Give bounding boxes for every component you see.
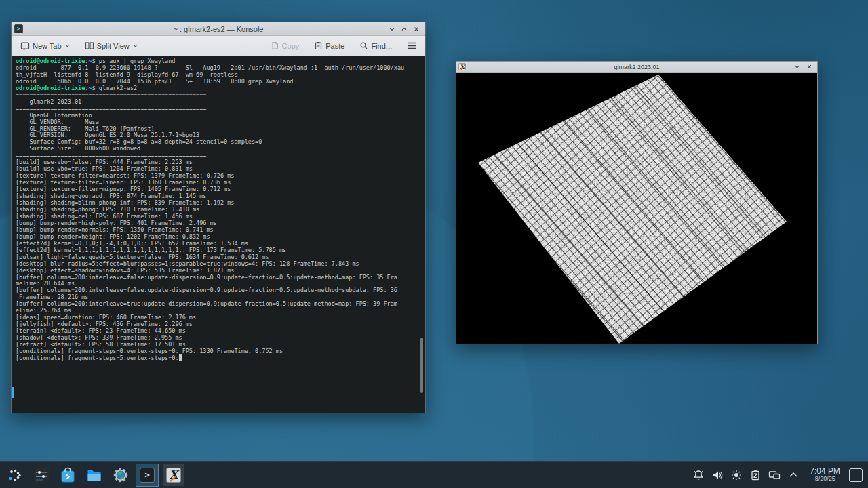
minimize-button[interactable] <box>791 62 803 72</box>
konsole-titlebar[interactable]: > ~ : glmark2-es2 — Konsole <box>12 22 425 36</box>
paste-icon <box>314 41 323 50</box>
discover-button[interactable] <box>57 464 79 486</box>
menu-button[interactable] <box>403 40 420 52</box>
sliders-icon <box>33 467 50 483</box>
digital-clock[interactable]: 7:04 PM 8/20/25 <box>810 467 840 482</box>
split-view-icon <box>85 41 94 50</box>
konsole-app-icon: > <box>14 24 23 33</box>
copy-icon <box>271 41 279 50</box>
glmark2-titlebar[interactable]: X glmark2 2023.01 <box>456 62 817 73</box>
desktop: > ~ : glmark2-es2 — Konsole New Tab <box>0 0 868 488</box>
terminal[interactable]: odroid@odroid-trixie:~$ ps aux | grep Xw… <box>12 56 425 413</box>
paste-button[interactable]: Paste <box>311 39 348 52</box>
glmark2-render-area <box>456 73 817 344</box>
display-devices-icon[interactable] <box>768 469 781 481</box>
folder-icon <box>86 467 102 483</box>
glmark2-window: X glmark2 2023.01 <box>456 61 818 344</box>
search-icon <box>359 41 368 50</box>
close-button[interactable] <box>803 62 815 72</box>
split-view-label: Split View <box>97 42 130 50</box>
new-tab-button[interactable]: New Tab <box>17 39 73 52</box>
glmark2-scene <box>456 73 817 344</box>
xorg-task-icon: X <box>166 468 181 483</box>
terminal-scrollbar-thumb[interactable] <box>420 338 423 393</box>
discover-bag-icon <box>60 467 76 483</box>
konsole-toolbar: New Tab Split View Copy Paste <box>12 36 425 56</box>
clock-date: 8/20/25 <box>810 476 840 482</box>
xorg-app-icon: X <box>458 63 466 70</box>
terminal-output: odroid@odroid-trixie:~$ ps aux | grep Xw… <box>16 58 420 362</box>
konsole-window: > ~ : glmark2-es2 — Konsole New Tab <box>11 22 426 413</box>
hamburger-icon <box>407 42 416 49</box>
taskbar: > X 7:04 PM <box>0 461 868 488</box>
find-button[interactable]: Find... <box>356 39 395 52</box>
settings-sliders-button[interactable] <box>31 464 52 486</box>
gear-globe-icon <box>113 467 129 483</box>
close-button[interactable] <box>410 22 422 35</box>
clipboard-icon[interactable] <box>749 469 762 481</box>
konsole-window-title: ~ : glmark2-es2 — Konsole <box>12 25 425 33</box>
system-tray <box>690 469 802 481</box>
chevron-down-icon <box>65 44 70 47</box>
glmark2-window-title: glmark2 2023.01 <box>456 64 817 70</box>
task-button-glmark2[interactable]: X <box>163 464 184 486</box>
minimize-button[interactable] <box>386 22 398 35</box>
paste-label: Paste <box>326 42 344 50</box>
show-desktop-button[interactable] <box>849 468 863 482</box>
app-launcher-button[interactable] <box>4 464 26 486</box>
split-view-button[interactable]: Split View <box>81 39 141 52</box>
new-tab-label: New Tab <box>33 42 62 50</box>
chevron-down-icon <box>133 44 138 47</box>
task-button-konsole[interactable]: > <box>136 464 158 486</box>
volume-speaker-icon[interactable] <box>711 469 724 481</box>
kde-launcher-icon <box>7 467 23 483</box>
expand-chevron-up-icon[interactable] <box>787 469 800 481</box>
system-settings-button[interactable] <box>110 464 132 486</box>
dolphin-file-manager-button[interactable] <box>83 464 105 486</box>
konsole-task-icon: > <box>140 468 155 483</box>
copy-button[interactable]: Copy <box>267 39 303 52</box>
notifications-bell-icon[interactable] <box>692 469 705 481</box>
find-label: Find... <box>371 42 392 50</box>
maximize-button[interactable] <box>398 22 410 35</box>
new-tab-icon <box>20 41 30 50</box>
copy-label: Copy <box>282 42 300 50</box>
terminal-position-indicator <box>12 387 14 398</box>
brightness-sun-icon[interactable] <box>730 469 743 481</box>
